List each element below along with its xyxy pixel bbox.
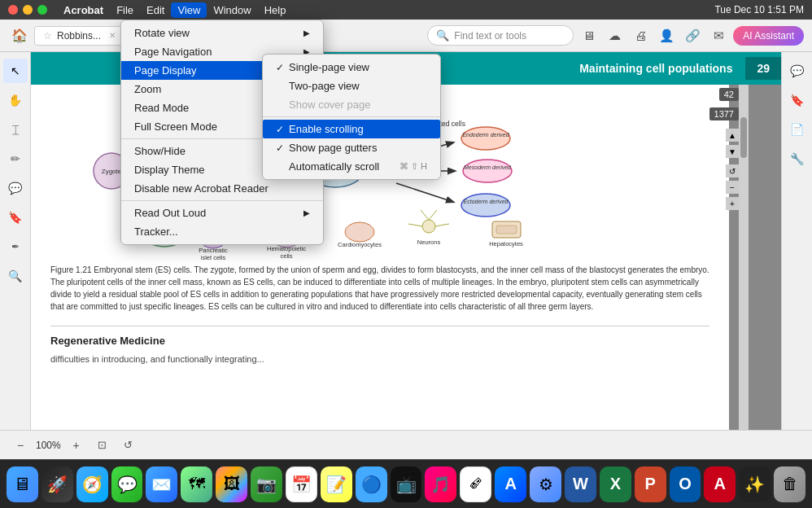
dock-finder[interactable]: 🖥 — [7, 466, 38, 502]
scrollbar-track[interactable] — [739, 85, 749, 430]
single-page-view-label: Single-page view — [289, 61, 369, 73]
enable-scrolling-item[interactable]: ✓ Enable scrolling — [263, 120, 440, 138]
dock-trash[interactable]: 🗑 — [774, 466, 805, 502]
zoom-out-button[interactable]: − — [10, 435, 31, 456]
dock-powerpoint[interactable]: P — [635, 466, 666, 502]
dock-messages[interactable]: 💬 — [111, 466, 143, 502]
menu-help[interactable]: Help — [258, 2, 293, 18]
show-hide-label: Show/Hide — [134, 145, 186, 157]
svg-text:Endoderm derived: Endoderm derived — [462, 132, 509, 138]
rotate-page-button[interactable]: ↺ — [118, 435, 139, 456]
dock-chatgpt[interactable]: ✨ — [739, 466, 771, 502]
read-out-loud-arrow: ▶ — [303, 208, 310, 217]
hand-tool-icon[interactable]: ✋ — [3, 88, 28, 112]
dock-news[interactable]: 🗞 — [460, 466, 491, 502]
svg-text:Cardiomyocytes: Cardiomyocytes — [338, 241, 382, 248]
svg-text:islet cells: islet cells — [201, 254, 226, 261]
bottom-bar: − 100% + ⊡ ↺ — [0, 430, 812, 459]
link-icon[interactable]: 🔗 — [681, 24, 704, 47]
minimize-button[interactable] — [23, 5, 33, 15]
zoom-in-doc-button[interactable]: + — [726, 197, 739, 210]
dock-word[interactable]: W — [565, 466, 596, 502]
svg-point-42 — [422, 220, 435, 233]
search-box[interactable]: 🔍 Find text or tools — [427, 25, 574, 46]
svg-text:Pancreatic: Pancreatic — [199, 247, 228, 254]
comment-icon[interactable]: 💬 — [785, 59, 810, 83]
dock-mail[interactable]: ✉️ — [146, 466, 177, 502]
show-page-gutters-item[interactable]: ✓ Show page gutters — [263, 138, 440, 157]
dock-photos[interactable]: 🖼 — [216, 466, 247, 502]
two-page-view-item[interactable]: Two-page view — [263, 77, 440, 95]
dock-outlook[interactable]: O — [670, 466, 701, 502]
rotate-view-item[interactable]: Rotate view ▶ — [121, 24, 323, 42]
dock-launchpad[interactable]: 🚀 — [41, 466, 73, 502]
dock-appstore[interactable]: A — [495, 466, 526, 502]
ai-assistant-button[interactable]: AI Assistant — [733, 26, 804, 46]
svg-text:cells: cells — [280, 252, 292, 260]
tab-close-icon[interactable]: ✕ — [109, 31, 116, 40]
dock-excel[interactable]: X — [600, 466, 631, 502]
draw-icon[interactable]: ✏ — [3, 147, 28, 171]
page-display-label: Page Display — [134, 64, 197, 77]
upload-icon[interactable]: ☁ — [603, 24, 626, 47]
display-theme-label: Display Theme — [134, 164, 204, 176]
disable-acrobat-item[interactable]: Disable new Acrobat Reader — [121, 179, 323, 198]
page-num-bottom: 1377 — [709, 107, 739, 120]
menubar-datetime: Tue Dec 10 1:51 PM — [714, 4, 804, 15]
menu-view[interactable]: View — [171, 2, 207, 18]
full-screen-label: Full Screen Mode — [134, 120, 217, 133]
single-page-view-item[interactable]: ✓ Single-page view — [263, 58, 440, 77]
svg-line-43 — [421, 210, 429, 220]
menu-edit[interactable]: Edit — [140, 2, 171, 18]
bookmark-icon[interactable]: 🔖 — [785, 88, 810, 112]
maximize-button[interactable] — [37, 5, 47, 15]
dock-facetime[interactable]: 📷 — [251, 466, 282, 502]
dock-setapp[interactable]: ⚙ — [530, 466, 561, 502]
dock-acrobat[interactable]: A — [704, 466, 736, 502]
text-select-icon[interactable]: ⌶ — [3, 117, 28, 142]
menu-window[interactable]: Window — [207, 2, 257, 18]
dock-appletv[interactable]: 📺 — [391, 466, 422, 502]
scroll-up-button[interactable]: ▲ — [726, 129, 739, 142]
dock-music[interactable]: 🎵 — [425, 466, 456, 502]
page-num-top: 42 — [719, 88, 739, 101]
home-button[interactable]: 🏠 — [8, 24, 31, 47]
cursor-tool-icon[interactable]: ↖ — [3, 59, 28, 83]
right-sidebar: 💬 🔖 📄 🔧 — [781, 52, 812, 430]
dock-notes[interactable]: 📝 — [321, 466, 352, 502]
dock-maps[interactable]: 🗺 — [181, 466, 212, 502]
svg-point-24 — [461, 127, 510, 150]
pages-panel-icon[interactable]: 📄 — [785, 117, 810, 142]
acrobat-app-name[interactable]: Acrobat — [57, 2, 110, 18]
zoom-level-display: 100% — [36, 440, 61, 451]
annotate-icon[interactable]: 💬 — [3, 176, 28, 200]
print-icon[interactable]: 🖨 — [629, 24, 652, 47]
dock-safari[interactable]: 🧭 — [76, 466, 108, 502]
search-tool-icon[interactable]: 🔍 — [3, 264, 28, 288]
menu-separator-2 — [121, 200, 323, 201]
monitor-icon[interactable]: 🖥 — [577, 24, 600, 47]
email-icon[interactable]: ✉ — [707, 24, 730, 47]
tracker-item[interactable]: Tracker... — [121, 222, 323, 241]
zoom-out-doc-button[interactable]: − — [726, 181, 739, 194]
rotate-button[interactable]: ↺ — [726, 164, 739, 177]
rotate-view-arrow: ▶ — [303, 28, 310, 37]
auto-scroll-item[interactable]: Automatically scroll ⌘ ⇧ H — [263, 157, 440, 176]
tools-panel-icon[interactable]: 🔧 — [785, 147, 810, 171]
tab-robbins[interactable]: ☆ Robbins... ✕ — [34, 26, 124, 46]
scroll-down-button[interactable]: ▼ — [726, 145, 739, 158]
signature-icon[interactable]: ✒ — [3, 234, 28, 259]
scrollbar-thumb[interactable] — [740, 117, 747, 158]
dock-calendar[interactable]: 📅 — [286, 466, 317, 502]
stamp-icon[interactable]: 🔖 — [3, 205, 28, 230]
close-button[interactable] — [8, 5, 18, 15]
fit-page-button[interactable]: ⊡ — [92, 435, 113, 456]
svg-text:Hepatocytes: Hepatocytes — [489, 240, 523, 247]
dock-zoom[interactable]: 🔵 — [356, 466, 387, 502]
show-cover-page-item[interactable]: Show cover page — [263, 95, 440, 114]
zoom-in-button[interactable]: + — [66, 435, 87, 456]
share-icon[interactable]: 👤 — [655, 24, 678, 47]
auto-scroll-shortcut: ⌘ ⇧ H — [399, 161, 427, 172]
menu-file[interactable]: File — [110, 2, 140, 18]
read-out-loud-item[interactable]: Read Out Loud ▶ — [121, 204, 323, 222]
